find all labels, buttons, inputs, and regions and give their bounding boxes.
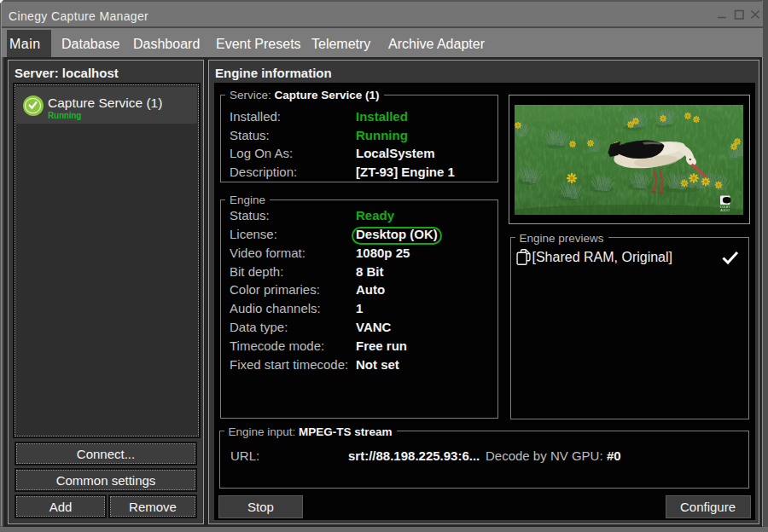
svg-text:AUDIO: AUDIO xyxy=(720,209,730,212)
